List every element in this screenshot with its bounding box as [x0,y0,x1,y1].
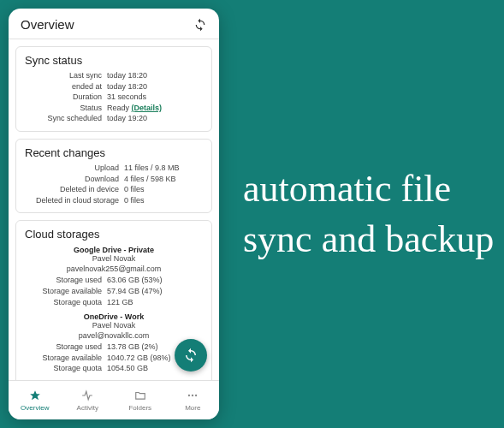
activity-icon [80,389,94,402]
page-title: Overview [21,17,74,32]
tab-label: Overview [21,404,49,412]
sync-fab[interactable] [175,339,207,372]
row-label: Deleted in cloud storage [25,195,124,206]
row-value: 57.94 GB (47%) [107,286,203,297]
row-label: Sync scheduled [25,113,107,124]
tab-folders[interactable]: Folders [114,381,167,419]
row-label: Storage quota [25,363,107,374]
row-value: 0 files [124,184,203,195]
storage-name: OneDrive - Work [25,312,203,321]
row-label: Duration [25,92,107,103]
row-value: today 19:20 [107,113,203,124]
tab-label: More [185,404,200,412]
data-row: Status Ready (Details) [25,103,203,114]
storage-name: Google Drive - Private [25,246,203,254]
row-value: 121 GB [107,297,203,308]
app-topbar: Overview [9,9,219,39]
overview-icon [28,389,42,402]
data-row: Last sync today 18:20 [25,70,203,81]
svg-point-2 [195,395,197,396]
more-icon [186,389,199,402]
row-value: 11 files / 9.8 MB [124,163,203,174]
data-row: Deleted in cloud storage 0 files [25,195,203,206]
bottom-nav: Overview Activity Folders More [9,380,219,419]
row-label: Status [25,103,107,114]
storage-email: pavel@novakllc.com [25,331,203,340]
data-row: ended at today 18:20 [25,81,203,92]
row-label: Storage used [25,275,107,286]
data-row: Deleted in device 0 files [25,184,203,195]
tagline-text: automatic file sync and backup [243,163,504,265]
row-value: 0 files [124,195,203,206]
recent-changes-card: Recent changes Upload 11 files / 9.8 MB … [15,139,212,213]
card-title: Recent changes [25,146,203,159]
row-value: 4 files / 598 KB [124,174,203,185]
svg-point-0 [188,395,190,396]
storage-user: Pavel Novak [25,321,203,330]
folders-icon [133,389,147,402]
data-row: Storage available 57.94 GB (47%) [25,286,203,297]
card-title: Sync status [25,54,203,67]
row-value: today 18:20 [107,70,203,81]
row-label: Last sync [25,70,107,81]
recent-changes-rows: Upload 11 files / 9.8 MB Download 4 file… [25,163,203,205]
data-row: Upload 11 files / 9.8 MB [25,163,203,174]
details-link[interactable]: (Details) [132,104,163,112]
phone-frame: Overview Sync status Last sync today 18:… [9,9,219,419]
row-label: Download [25,174,124,185]
tab-more[interactable]: More [167,381,220,419]
row-label: Deleted in device [25,184,124,195]
sync-icon[interactable] [193,18,207,32]
tab-activity[interactable]: Activity [62,381,115,419]
marketing-tagline: automatic file sync and backup [219,163,504,265]
storage-email: pavelnovak255@gmail.com [25,265,203,273]
storage-account[interactable]: OneDrive - Work Pavel Novak pavel@novakl… [25,312,203,374]
storage-account[interactable]: Google Drive - Private Pavel Novak pavel… [25,246,203,307]
row-label: ended at [25,81,107,92]
row-value: 31 seconds [107,92,203,103]
row-value: today 18:20 [107,81,203,92]
row-label: Storage available [25,286,107,297]
row-label: Storage quota [25,297,107,308]
tab-label: Activity [77,404,98,412]
data-row: Sync scheduled today 19:20 [25,113,203,124]
card-title: Cloud storages [25,228,203,241]
sync-status-rows: Last sync today 18:20 ended at today 18:… [25,70,203,124]
data-row: Download 4 files / 598 KB [25,174,203,185]
data-row: Storage quota 1054.50 GB [25,363,203,374]
data-row: Storage quota 121 GB [25,297,203,308]
row-value: 63.06 GB (53%) [107,275,203,286]
row-value: Ready (Details) [107,103,203,114]
row-label: Storage available [25,353,107,364]
svg-point-1 [192,395,193,396]
data-row: Storage used 63.06 GB (53%) [25,275,203,286]
row-label: Upload [25,163,124,174]
sync-status-card: Sync status Last sync today 18:20 ended … [15,46,212,132]
tab-overview[interactable]: Overview [9,381,62,419]
storage-user: Pavel Novak [25,254,203,263]
row-label: Storage used [25,342,107,353]
tab-label: Folders [128,404,151,412]
data-row: Duration 31 seconds [25,92,203,103]
